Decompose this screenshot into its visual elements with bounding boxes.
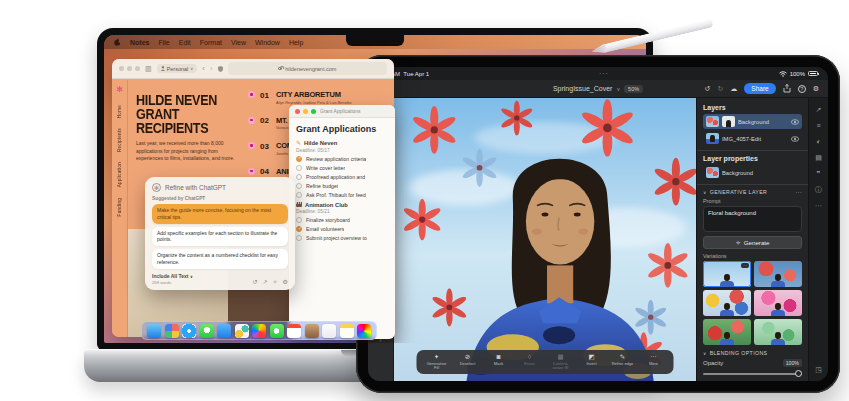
- dock-icon-siri[interactable]: [357, 324, 371, 338]
- blending-options-header[interactable]: ∨ BLENDING OPTIONS: [703, 350, 802, 356]
- adjustments-icon[interactable]: ◐: [816, 138, 820, 145]
- help-icon[interactable]: ?: [798, 85, 806, 93]
- erase-button[interactable]: ◊Erase: [518, 354, 542, 367]
- share-button[interactable]: Share: [744, 83, 775, 94]
- dock-icon-freeform[interactable]: [235, 324, 249, 338]
- slider-knob[interactable]: [795, 370, 802, 377]
- nav-home[interactable]: Home: [117, 105, 122, 118]
- dock-icon-safari[interactable]: [182, 324, 196, 338]
- share-icon[interactable]: ↗: [263, 278, 268, 285]
- chevron-down-icon[interactable]: ∨: [616, 86, 620, 92]
- recipient-row[interactable]: 01 CITY ARBORETUMAilyn Reynolds, Isadora…: [248, 90, 394, 105]
- variation-thumbnail[interactable]: [703, 319, 751, 345]
- dock-icon-launchpad[interactable]: [165, 324, 179, 338]
- todo-item[interactable]: Finalize storyboard: [296, 217, 388, 223]
- apple-menu-icon[interactable]: [114, 38, 121, 46]
- undo-icon[interactable]: ↺: [705, 85, 711, 93]
- menu-file[interactable]: File: [158, 39, 169, 46]
- checkbox-icon[interactable]: [296, 235, 302, 241]
- dock-icon-calendar[interactable]: [287, 324, 301, 338]
- deselect-button[interactable]: ⊘Deselect: [456, 354, 480, 367]
- canvas-size-icon[interactable]: ◳: [815, 366, 822, 373]
- retry-icon[interactable]: ↺: [253, 278, 258, 285]
- mask-button[interactable]: ◙Mask: [487, 354, 511, 367]
- dock-icon-photos[interactable]: [252, 324, 266, 338]
- close-button[interactable]: [119, 66, 124, 71]
- close-button[interactable]: [295, 109, 300, 114]
- dock-icon-mail[interactable]: [217, 324, 231, 338]
- generate-button[interactable]: ✧ Generate: [703, 236, 802, 249]
- todo-item[interactable]: Email volunteers: [296, 226, 388, 232]
- sidebar-icon[interactable]: ▥: [145, 65, 152, 72]
- minimize-button[interactable]: [127, 66, 132, 71]
- checkbox-icon[interactable]: [296, 226, 302, 232]
- menubar-app-name[interactable]: Notes: [130, 39, 149, 46]
- dock-icon-finder[interactable]: [147, 324, 161, 338]
- checkbox-icon[interactable]: [296, 217, 302, 223]
- back-button[interactable]: ‹: [202, 64, 205, 73]
- todo-item[interactable]: Proofread application and: [296, 174, 388, 180]
- prompt-input[interactable]: Floral background: [703, 206, 802, 232]
- minimize-button[interactable]: [303, 109, 308, 114]
- site-logo-icon[interactable]: ✻: [116, 85, 123, 94]
- info-icon[interactable]: ⓘ: [815, 186, 822, 193]
- more-icon[interactable]: ⋯: [815, 202, 822, 209]
- checkbox-icon[interactable]: [296, 183, 302, 189]
- todo-item[interactable]: Ask Prof. Thibault for feed: [296, 192, 388, 198]
- forward-button[interactable]: ›: [210, 64, 213, 73]
- checkbox-icon[interactable]: [296, 192, 302, 198]
- generative-fill-button[interactable]: ✦Generative Fill: [425, 354, 449, 371]
- menu-format[interactable]: Format: [200, 39, 222, 46]
- zoom-level[interactable]: 50%: [624, 85, 643, 93]
- dock-icon-reminders[interactable]: [322, 324, 336, 338]
- opacity-slider[interactable]: [703, 370, 802, 378]
- variation-thumbnail[interactable]: [754, 290, 802, 316]
- dock-icon-facetime[interactable]: [270, 324, 284, 338]
- variation-thumbnail[interactable]: [754, 319, 802, 345]
- layer-row-img[interactable]: IMG_4057-Edit: [703, 131, 802, 146]
- visibility-eye-icon[interactable]: [791, 136, 799, 142]
- dock-icon-notes[interactable]: [340, 324, 354, 338]
- generative-layer-header[interactable]: ∨ GENERATIVE LAYER ···: [703, 189, 802, 195]
- menu-view[interactable]: View: [231, 39, 246, 46]
- variation-thumbnail[interactable]: ···: [703, 261, 751, 287]
- document-title[interactable]: SpringIssue_Cover: [553, 85, 613, 92]
- redo-icon[interactable]: ↻: [717, 85, 723, 93]
- layer-row-background[interactable]: Background: [703, 114, 802, 129]
- suggestion-pill[interactable]: Make the guide more concise, focusing on…: [152, 204, 288, 224]
- todo-item[interactable]: Review application criteria: [296, 156, 388, 162]
- checkbox-icon[interactable]: [296, 174, 302, 180]
- nav-recipients[interactable]: Recipients: [117, 128, 122, 152]
- todo-item[interactable]: Refine budget: [296, 183, 388, 189]
- dock-icon-files[interactable]: [305, 324, 319, 338]
- export-icon[interactable]: ↗: [816, 106, 822, 113]
- privacy-shield-icon[interactable]: [218, 66, 223, 72]
- todo-item[interactable]: Submit project overview to: [296, 235, 388, 241]
- suggestion-pill[interactable]: Add specific examples for each section t…: [152, 227, 288, 247]
- export-icon[interactable]: [783, 84, 791, 93]
- todo-item[interactable]: Write cover letter: [296, 165, 388, 171]
- menu-edit[interactable]: Edit: [179, 39, 191, 46]
- include-all-text-dropdown[interactable]: Include All Text ∨: [152, 273, 193, 279]
- cloud-sync-icon[interactable]: ☁: [730, 85, 737, 93]
- menu-help[interactable]: Help: [289, 39, 303, 46]
- checkbox-icon[interactable]: [296, 156, 302, 162]
- content-aware-fill-button[interactable]: ▦Content-aware fill: [549, 354, 573, 371]
- more-button[interactable]: ···More: [642, 354, 666, 367]
- libraries-icon[interactable]: ▤: [815, 154, 822, 161]
- comments-icon[interactable]: ❞: [817, 170, 821, 177]
- window-controls[interactable]: [295, 109, 316, 114]
- address-bar[interactable]: hildenevengrant.com: [228, 62, 387, 75]
- refine-edge-button[interactable]: ✎Refine edge: [611, 354, 635, 367]
- photo-canvas[interactable]: ✦Generative Fill ⊘Deselect ◙Mask ◊Erase …: [394, 98, 696, 381]
- suggestion-pill[interactable]: Organize the content as a numbered check…: [152, 249, 288, 269]
- properties-icon[interactable]: ≡: [816, 122, 820, 129]
- more-icon[interactable]: ···: [796, 189, 802, 195]
- nav-application[interactable]: Application: [117, 162, 122, 187]
- invert-button[interactable]: ◩Invert: [580, 354, 604, 367]
- menu-window[interactable]: Window: [255, 39, 280, 46]
- window-controls[interactable]: [119, 66, 140, 71]
- sparkle-icon[interactable]: ✧: [273, 278, 278, 285]
- dock-icon-messages[interactable]: [200, 324, 214, 338]
- checkbox-icon[interactable]: [296, 165, 302, 171]
